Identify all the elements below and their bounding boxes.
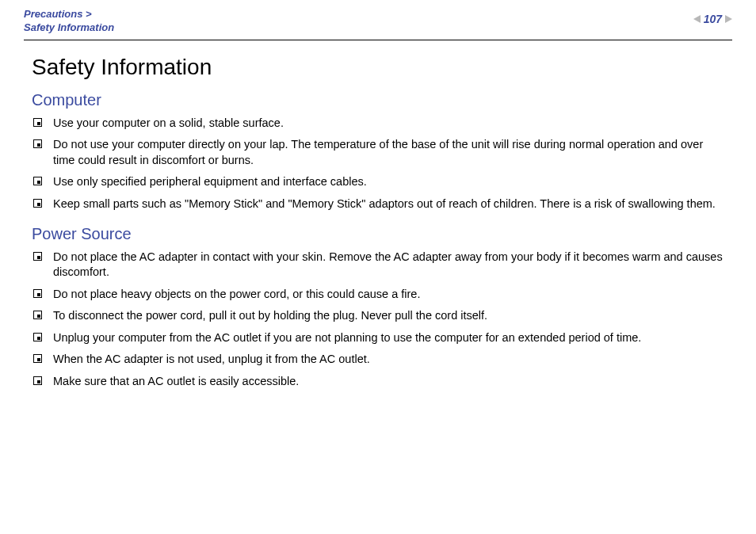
- section-power-source: Power Source Do not place the AC adapter…: [32, 225, 724, 390]
- list-item-text: Do not place heavy objects on the power …: [53, 287, 724, 303]
- list-item: Use only specified peripheral equipment …: [32, 174, 724, 190]
- list-item-text: To disconnect the power cord, pull it ou…: [53, 308, 724, 324]
- list-item-text: Use your computer on a solid, stable sur…: [53, 116, 724, 132]
- page-number: 107: [704, 13, 722, 25]
- list-item: Unplug your computer from the AC outlet …: [32, 330, 724, 346]
- section-heading: Computer: [32, 91, 724, 109]
- bullet-icon: [33, 252, 42, 261]
- list-item: Keep small parts such as "Memory Stick" …: [32, 196, 724, 212]
- bullet-icon: [33, 333, 42, 341]
- section-heading: Power Source: [32, 225, 724, 243]
- breadcrumb-line2: Safety Information: [24, 21, 114, 35]
- bullet-icon: [33, 199, 42, 208]
- list-item-text: Make sure that an AC outlet is easily ac…: [53, 374, 724, 390]
- bullet-icon: [33, 118, 42, 127]
- breadcrumb-line1: Precautions >: [24, 8, 114, 21]
- list-item: Do not place heavy objects on the power …: [32, 287, 724, 303]
- bullet-icon: [33, 311, 42, 319]
- bullet-icon: [33, 354, 42, 363]
- list-item-text: Do not place the AC adapter in contact w…: [53, 250, 724, 280]
- list-item-text: Do not use your computer directly on you…: [53, 137, 724, 168]
- list-item: Make sure that an AC outlet is easily ac…: [32, 374, 724, 390]
- bullet-icon: [33, 376, 42, 385]
- bullet-icon: [33, 177, 42, 185]
- list-item-text: When the AC adapter is not used, unplug …: [53, 352, 724, 368]
- content: Safety Information Computer Use your com…: [24, 40, 732, 390]
- list-item-text: Use only specified peripheral equipment …: [53, 174, 724, 190]
- list-item-text: Unplug your computer from the AC outlet …: [53, 330, 724, 346]
- section-computer: Computer Use your computer on a solid, s…: [32, 91, 724, 212]
- list-item-text: Keep small parts such as "Memory Stick" …: [53, 196, 724, 212]
- breadcrumb: Precautions > Safety Information: [24, 8, 114, 35]
- page-header: Precautions > Safety Information 107: [24, 8, 732, 40]
- list-item: Do not use your computer directly on you…: [32, 137, 724, 168]
- bullet-icon: [33, 289, 42, 298]
- pager: 107: [693, 13, 732, 25]
- prev-page-icon[interactable]: [693, 15, 701, 23]
- list-item: To disconnect the power cord, pull it ou…: [32, 308, 724, 324]
- page-title: Safety Information: [32, 55, 724, 80]
- list-item: Use your computer on a solid, stable sur…: [32, 116, 724, 132]
- list-item: Do not place the AC adapter in contact w…: [32, 250, 724, 280]
- next-page-icon[interactable]: [725, 15, 732, 23]
- list-item: When the AC adapter is not used, unplug …: [32, 352, 724, 368]
- bullet-icon: [33, 139, 42, 148]
